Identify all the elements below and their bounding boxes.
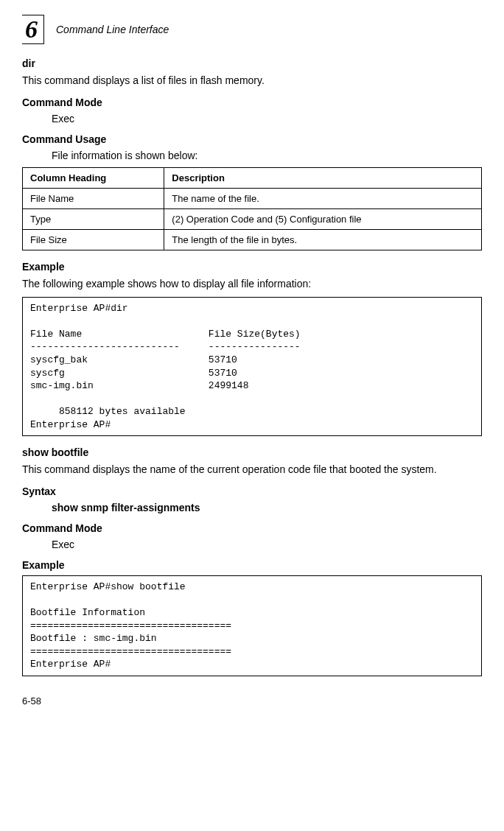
show-bootfile-description: This command displays the name of the cu… [22,463,482,477]
table-cell: (2) Operation Code and (5) Configuration… [164,208,482,229]
table-cell: File Size [23,229,164,250]
table-header-row: Column Heading Description [23,167,482,188]
command-mode-heading-2: Command Mode [22,522,482,534]
example-heading-2: Example [22,559,482,571]
file-info-table: Column Heading Description File Name The… [22,167,482,250]
dir-heading: dir [22,57,482,69]
table-row: File Name The name of the file. [23,188,482,208]
table-cell: The length of the file in bytes. [164,229,482,250]
dir-example-code: Enterprise AP#dir File Name File Size(By… [22,297,482,436]
example-text: The following example shows how to displ… [22,277,482,291]
chapter-number: 6 [22,15,44,44]
command-mode-value-2: Exec [52,539,482,550]
syntax-text: show snmp filter-assignments [52,502,482,513]
table-row: File Size The length of the file in byte… [23,229,482,250]
page-number: 6-58 [22,695,482,706]
table-header-col1: Column Heading [23,167,164,188]
table-cell: File Name [23,188,164,208]
command-usage-text: File information is shown below: [52,150,482,161]
command-usage-heading: Command Usage [22,133,482,145]
table-cell: The name of the file. [164,188,482,208]
bootfile-example-code: Enterprise AP#show bootfile Bootfile Inf… [22,575,482,676]
command-mode-heading: Command Mode [22,97,482,108]
example-heading: Example [22,261,482,273]
page-header: 6 Command Line Interface [22,15,482,44]
page-content: 6 Command Line Interface dir This comman… [0,0,504,729]
show-bootfile-heading: show bootfile [22,446,482,458]
table-header-col2: Description [164,167,482,188]
table-row: Type (2) Operation Code and (5) Configur… [23,208,482,229]
dir-description: This command displays a list of files in… [22,74,482,88]
command-mode-value: Exec [52,113,482,125]
syntax-heading: Syntax [22,485,482,497]
chapter-title: Command Line Interface [56,24,169,35]
table-cell: Type [23,208,164,229]
